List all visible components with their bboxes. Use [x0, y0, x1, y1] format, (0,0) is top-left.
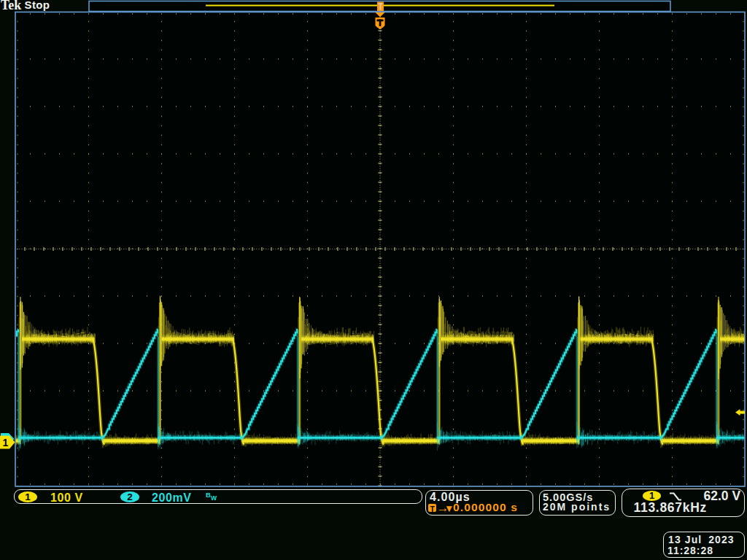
- svg-text:1: 1: [3, 437, 9, 448]
